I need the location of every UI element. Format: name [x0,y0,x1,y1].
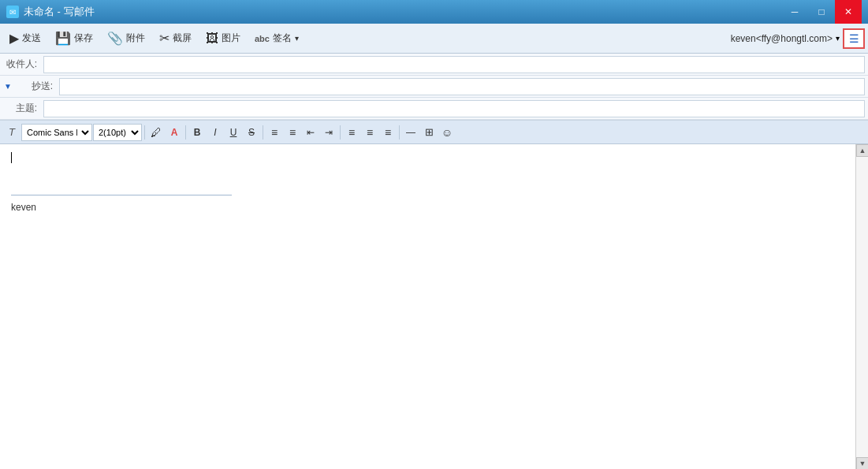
to-row: 收件人: [0,54,868,76]
save-icon: 💾 [55,31,71,46]
app-icon: ✉ [6,6,19,18]
editor-scrollbar: ▲ ▼ [855,144,868,469]
signature-text: keven [11,202,844,213]
font-size-select[interactable]: 2(10pt) [93,124,142,141]
attach-icon: 📎 [107,31,123,46]
subject-label: 主题: [0,102,43,115]
font-type-icon-btn[interactable]: T [3,124,20,141]
signature-divider [11,195,232,195]
table-button[interactable]: ⊞ [420,124,438,141]
send-label: 发送 [22,32,41,45]
image-button[interactable]: 🖼 图片 [199,28,247,49]
save-label: 保存 [74,32,93,45]
cc-input[interactable] [59,78,865,95]
send-icon: ▶ [9,31,19,46]
sign-icon: abc [255,34,270,43]
indent-out-button[interactable]: ⇤ [302,124,319,141]
text-cursor [11,152,12,163]
screenshot-button[interactable]: ✂ 截屏 [153,28,198,49]
separator-1 [144,125,145,140]
indent-in-button[interactable]: ⇥ [320,124,337,141]
align-left-button[interactable]: ≡ [343,124,360,141]
to-input[interactable] [43,56,865,73]
attach-button[interactable]: 📎 附件 [101,28,151,49]
underline-button[interactable]: U [225,124,242,141]
title-bar-left: ✉ 未命名 - 写邮件 [6,5,95,19]
subject-row: 主题: [0,98,868,120]
unordered-list-button[interactable]: ≡ [284,124,301,141]
font-color-button[interactable]: A [166,124,183,141]
separator-5 [399,125,400,140]
account-email: keven<ffy@hongtl.com> [731,33,833,44]
screenshot-label: 截屏 [173,32,192,45]
menu-icon: ☰ [849,32,859,45]
strike-button[interactable]: S [243,124,260,141]
minimize-button[interactable]: ─ [781,0,808,24]
emoji-button[interactable]: ☺ [438,124,456,141]
editor-area[interactable]: keven [0,144,855,469]
close-button[interactable]: ✕ [835,0,862,24]
scrollbar-track[interactable] [856,157,868,457]
sign-label: 签名 [273,32,292,45]
window-title: 未命名 - 写邮件 [24,5,95,19]
ordered-list-button[interactable]: ≡ [266,124,283,141]
window-controls: ─ □ ✕ [781,0,862,24]
scroll-down-button[interactable]: ▼ [856,457,868,469]
send-button[interactable]: ▶ 发送 [3,28,47,49]
account-dropdown-icon[interactable]: ▾ [836,34,840,43]
format-toolbar: T Comic Sans M 2(10pt) 🖊 A B I U S ≡ ≡ ⇤… [0,121,868,144]
sign-dropdown-icon: ▾ [295,34,299,43]
editor-container: keven ▲ ▼ [0,144,868,469]
cc-toggle[interactable]: ▼ [0,82,16,91]
screenshot-icon: ✂ [159,31,170,46]
header-fields: 收件人: ▼ 抄送: 主题: [0,54,868,121]
font-color-icon: A [171,127,178,138]
separator-4 [340,125,341,140]
to-label: 收件人: [0,58,43,71]
main-toolbar: ▶ 发送 💾 保存 📎 附件 ✂ 截屏 🖼 图片 abc 签名 ▾ keven<… [0,24,868,54]
italic-button[interactable]: I [207,124,224,141]
attach-label: 附件 [126,32,145,45]
subject-input[interactable] [43,100,865,117]
toolbar-right: keven<ffy@hongtl.com> ▾ ☰ [731,28,865,49]
title-bar: ✉ 未命名 - 写邮件 ─ □ ✕ [0,0,868,24]
bold-button[interactable]: B [188,124,206,141]
separator-2 [185,125,186,140]
image-label: 图片 [222,32,240,45]
align-right-button[interactable]: ≡ [379,124,397,141]
separator-3 [263,125,263,140]
highlight-button[interactable]: 🖊 [147,124,165,141]
sign-button[interactable]: abc 签名 ▾ [248,28,305,48]
align-center-button[interactable]: ≡ [361,124,378,141]
font-name-select[interactable]: Comic Sans M [21,124,92,141]
menu-button[interactable]: ☰ [843,28,865,49]
horizontal-rule-button[interactable]: — [402,124,419,141]
maximize-button[interactable]: □ [808,0,835,24]
cc-row: ▼ 抄送: [0,76,868,98]
image-icon: 🖼 [206,32,218,46]
cc-label: 抄送: [16,80,59,93]
scroll-up-button[interactable]: ▲ [856,144,868,157]
save-button[interactable]: 💾 保存 [49,28,99,49]
